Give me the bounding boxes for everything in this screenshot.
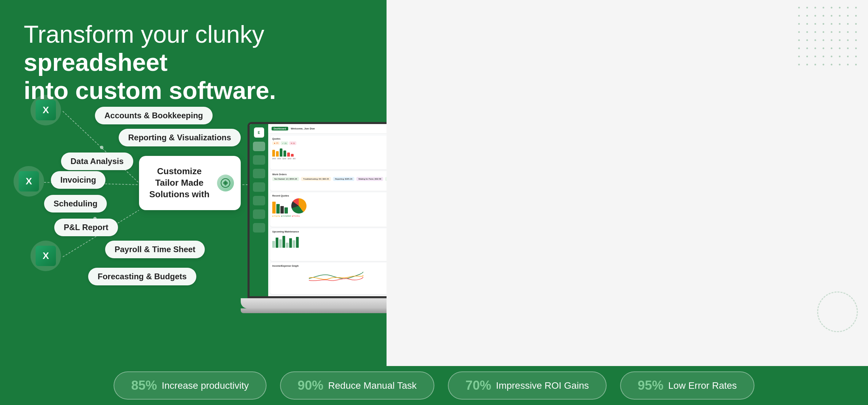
stat-errors-label: Low Error Rates xyxy=(668,380,737,391)
headline: Transform your clunky spreadsheet into c… xyxy=(24,20,370,104)
diagram-area: X X X Accounts & Bookkeeping Reporting &… xyxy=(10,95,383,332)
dash-nav-6 xyxy=(253,223,265,232)
stat-errors-percent: 95% xyxy=(638,378,664,393)
dash-sidebar: E xyxy=(250,124,268,296)
recent-quotes-card: Recent Quotes xyxy=(270,193,387,227)
pill-forecasting: Forecasting & Budgets xyxy=(88,268,196,285)
pill-data-analysis: Data Analysis xyxy=(61,153,133,170)
pill-reporting: Reporting & Visualizations xyxy=(119,129,241,146)
quotes-card: Quotes ▲ 21 ✓ 21 ✕ 21 xyxy=(270,136,387,169)
right-panel xyxy=(387,0,868,366)
income-expense-card: Income/Expense Graph xyxy=(270,263,387,294)
dash-main-content: Dashboard Welcome, Jon Doe xyxy=(268,124,387,296)
left-panel: Transform your clunky spreadsheet into c… xyxy=(0,0,387,366)
pill-pl-report: P&L Report xyxy=(54,219,118,236)
stat-manual-label: Reduce Manual Task xyxy=(328,380,417,391)
headline-line1-bold: spreadsheet xyxy=(24,49,167,76)
income-chart xyxy=(272,268,387,284)
excel-logo-3: X xyxy=(36,246,56,266)
stat-errors: 95% Low Error Rates xyxy=(620,371,754,400)
stat-productivity-label: Increase productivity xyxy=(162,380,249,391)
excelhunters-logo xyxy=(217,175,234,191)
stat-productivity-percent: 85% xyxy=(131,378,157,393)
stat-productivity: 85% Increase productivity xyxy=(114,371,267,400)
stat-manual-percent: 90% xyxy=(298,378,323,393)
headline-line1-normal: Transform your clunky xyxy=(24,21,264,48)
dash-nav-3 xyxy=(253,182,265,192)
pill-scheduling: Scheduling xyxy=(44,195,107,212)
excel-logo-1: X xyxy=(36,100,56,120)
dash-nav-5 xyxy=(253,209,265,219)
stat-roi: 70% Impressive ROI Gains xyxy=(448,371,607,400)
dot-grid-decoration xyxy=(798,7,861,70)
excel-icon-1: X xyxy=(31,95,61,125)
dash-logo: E xyxy=(254,127,264,138)
pill-payroll: Payroll & Time Sheet xyxy=(105,241,205,258)
excel-logo-2: X xyxy=(19,171,39,191)
circle-decoration xyxy=(817,291,858,332)
quotes-pie-chart xyxy=(291,198,307,214)
center-solution-box: Customize Tailor Made Solutions with xyxy=(139,156,241,210)
stat-manual: 90% Reduce Manual Task xyxy=(280,371,434,400)
excel-icon-2: X xyxy=(14,166,44,197)
dash-nav-1 xyxy=(253,155,265,165)
dash-nav-2 xyxy=(253,169,265,178)
dash-topbar: Dashboard Welcome, Jon Doe xyxy=(268,124,387,134)
dash-nav-dashboard xyxy=(253,142,265,151)
pill-accounts: Accounts & Bookkeeping xyxy=(95,107,213,124)
laptop-bottom xyxy=(241,308,387,313)
svg-point-5 xyxy=(100,146,103,149)
center-box-text: Customize Tailor Made Solutions with xyxy=(146,166,213,200)
dashboard-screen: E Dashboard xyxy=(248,122,387,298)
pill-invoicing: Invoicing xyxy=(51,171,105,189)
excel-icon-3: X xyxy=(31,241,61,271)
work-orders-card: Work Orders Not Started: 12 | $554.28 Tr… xyxy=(270,171,387,191)
stats-bar: 85% Increase productivity 90% Reduce Man… xyxy=(0,366,868,405)
dash-active-tab: Dashboard xyxy=(272,127,288,130)
laptop-base xyxy=(241,298,387,308)
upcoming-maintenance-card: Upcoming Maintenance xyxy=(270,228,387,261)
stat-roi-percent: 70% xyxy=(466,378,491,393)
dash-welcome: Welcome, Jon Doe xyxy=(291,127,315,130)
svg-point-9 xyxy=(224,182,226,184)
laptop-mockup: E Dashboard xyxy=(241,122,387,313)
dash-nav-4 xyxy=(253,196,265,205)
stat-roi-label: Impressive ROI Gains xyxy=(496,380,589,391)
